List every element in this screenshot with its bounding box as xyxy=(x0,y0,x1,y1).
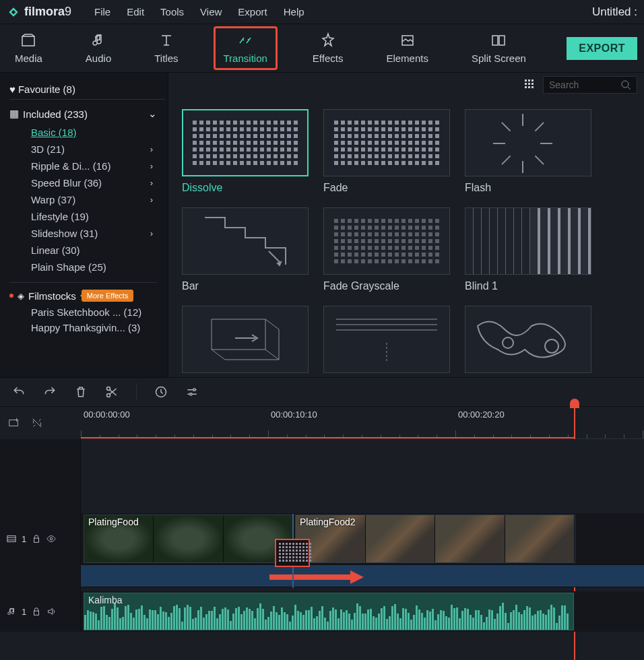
tile-thumbnail xyxy=(182,306,309,373)
video-track-body[interactable]: PlatingFood PlatingFood2 xyxy=(81,513,644,564)
category-sidebar: ♥ Favourite (8) ▦ Included (233) ⌄ Basic… xyxy=(0,73,168,377)
menu-export[interactable]: Export xyxy=(238,6,267,18)
menu-items: File Edit Tools View Export Help xyxy=(94,6,304,18)
subcat-3d[interactable]: 3D (21)› xyxy=(31,141,165,158)
menu-bar: filmora9 File Edit Tools View Export Hel… xyxy=(0,0,644,24)
svg-rect-10 xyxy=(528,86,530,88)
tile-thumbnail xyxy=(323,109,450,176)
add-track-icon[interactable] xyxy=(8,417,20,429)
chevron-right-icon: › xyxy=(150,228,153,238)
svg-rect-8 xyxy=(532,83,534,85)
subcat-ripple[interactable]: Ripple & Di... (16)› xyxy=(31,158,165,174)
history-icon[interactable] xyxy=(154,385,168,399)
mode-audio[interactable]: Audio xyxy=(77,28,119,68)
tile-label: Flash xyxy=(465,182,591,194)
mode-media[interactable]: Media xyxy=(7,28,51,68)
transition-tile[interactable] xyxy=(182,306,309,377)
timecode: 00:00:10:10 xyxy=(271,409,317,420)
grid-icon: ▦ xyxy=(9,108,19,120)
transition-drop-indicator[interactable] xyxy=(275,539,310,567)
video-clip-2[interactable]: PlatingFood2 xyxy=(295,515,575,563)
undo-icon[interactable] xyxy=(12,385,26,399)
timeline: 00:00:00:00 00:00:10:10 00:00:20:20 1 Pl… xyxy=(0,407,644,632)
adjust-icon[interactable] xyxy=(185,385,199,399)
split-icon[interactable] xyxy=(105,385,119,399)
speaker-icon[interactable] xyxy=(46,607,56,616)
favourite-header[interactable]: ♥ Favourite (8) xyxy=(9,79,165,100)
included-header[interactable]: ▦ Included (233) ⌄ xyxy=(9,105,165,123)
subcat-lifestyle[interactable]: Lifestyle (19) xyxy=(31,208,165,225)
svg-rect-27 xyxy=(7,536,15,542)
grid-view-icon[interactable] xyxy=(524,79,535,92)
transition-tile[interactable]: Fade xyxy=(323,109,450,194)
subcat-speedblur[interactable]: Speed Blur (36)› xyxy=(31,174,165,191)
menu-file[interactable]: File xyxy=(94,6,110,18)
svg-rect-28 xyxy=(34,538,39,542)
tile-label: Fade Grayscale xyxy=(323,280,450,292)
transition-tile[interactable] xyxy=(323,306,450,377)
menu-view[interactable]: View xyxy=(200,6,222,18)
video-track-header: 1 xyxy=(0,513,81,564)
audio-track-body[interactable]: Kalimba xyxy=(81,591,644,632)
annotation-arrow-icon xyxy=(269,569,364,585)
subcategory-list: Basic (18) 3D (21)› Ripple & Di... (16)›… xyxy=(31,124,165,275)
video-track: 1 PlatingFood PlatingFood2 xyxy=(0,513,644,564)
spacer-track xyxy=(0,564,644,591)
mode-titles[interactable]: Titles xyxy=(146,28,186,68)
redo-icon[interactable] xyxy=(43,385,57,399)
transition-tile[interactable]: Bar xyxy=(182,207,309,292)
menu-edit[interactable]: Edit xyxy=(127,6,144,18)
mode-transition[interactable]: Transition xyxy=(216,28,276,68)
pack-item[interactable]: Happy Thanksgivin... (3) xyxy=(31,320,165,335)
transition-tile[interactable] xyxy=(465,306,591,377)
transition-tile[interactable]: Blind 1 xyxy=(465,207,591,292)
subcat-basic[interactable]: Basic (18) xyxy=(31,124,165,141)
app-version: 9 xyxy=(65,5,71,18)
mode-label: Media xyxy=(15,53,42,64)
delete-icon[interactable] xyxy=(74,385,88,399)
video-clip-1[interactable]: PlatingFood xyxy=(84,515,294,563)
subcat-linear[interactable]: Linear (30) xyxy=(31,242,165,259)
eye-icon[interactable] xyxy=(46,534,56,543)
svg-rect-2 xyxy=(499,36,505,45)
chevron-right-icon: › xyxy=(150,195,153,205)
tile-thumbnail xyxy=(465,306,591,373)
empty-track xyxy=(0,439,644,513)
subcat-slideshow[interactable]: Slideshow (31)› xyxy=(31,225,165,242)
filmstocks-header[interactable]: ◈ Filmstocks More Effects xyxy=(9,290,165,302)
transition-tile[interactable]: Fade Grayscale xyxy=(323,207,450,292)
menu-tools[interactable]: Tools xyxy=(160,6,184,18)
svg-rect-11 xyxy=(532,86,534,88)
transition-grid[interactable]: DissolveFadeFlashBarFade GrayscaleBlind … xyxy=(168,97,644,377)
audio-clip[interactable]: Kalimba xyxy=(84,593,574,630)
mode-splitscreen[interactable]: Split Screen xyxy=(463,28,534,68)
mode-effects[interactable]: Effects xyxy=(304,28,352,68)
mode-elements[interactable]: Elements xyxy=(378,28,437,68)
time-ruler[interactable]: 00:00:00:00 00:00:10:10 00:00:20:20 xyxy=(81,407,644,439)
timecode: 00:00:20:20 xyxy=(458,409,505,420)
subcat-warp[interactable]: Warp (37)› xyxy=(31,191,165,208)
lock-icon[interactable] xyxy=(32,607,41,616)
mode-label: Audio xyxy=(86,53,111,64)
more-effects-badge[interactable]: More Effects xyxy=(82,290,134,302)
svg-point-22 xyxy=(193,389,195,391)
transition-tile[interactable]: Flash xyxy=(465,109,591,194)
subcat-plainshape[interactable]: Plain Shape (25) xyxy=(31,259,165,275)
export-button[interactable]: EXPORT xyxy=(567,37,637,60)
filmstocks-label: Filmstocks xyxy=(28,290,76,302)
transition-tile[interactable]: Dissolve xyxy=(182,109,309,194)
tile-thumbnail xyxy=(323,306,450,373)
unlink-icon[interactable] xyxy=(31,417,43,429)
lock-icon[interactable] xyxy=(32,534,41,543)
tile-thumbnail xyxy=(465,109,591,176)
svg-marker-31 xyxy=(350,570,364,584)
tile-label: Fade xyxy=(323,182,450,194)
menu-help[interactable]: Help xyxy=(284,6,304,18)
pack-item[interactable]: Paris Sketchbook ... (12) xyxy=(31,304,165,320)
svg-rect-6 xyxy=(525,83,527,85)
app-logo: filmora9 xyxy=(7,5,71,19)
search-input[interactable]: Search xyxy=(543,76,637,94)
track-number: 1 xyxy=(22,534,26,544)
svg-rect-7 xyxy=(528,83,530,85)
svg-point-29 xyxy=(50,537,53,540)
